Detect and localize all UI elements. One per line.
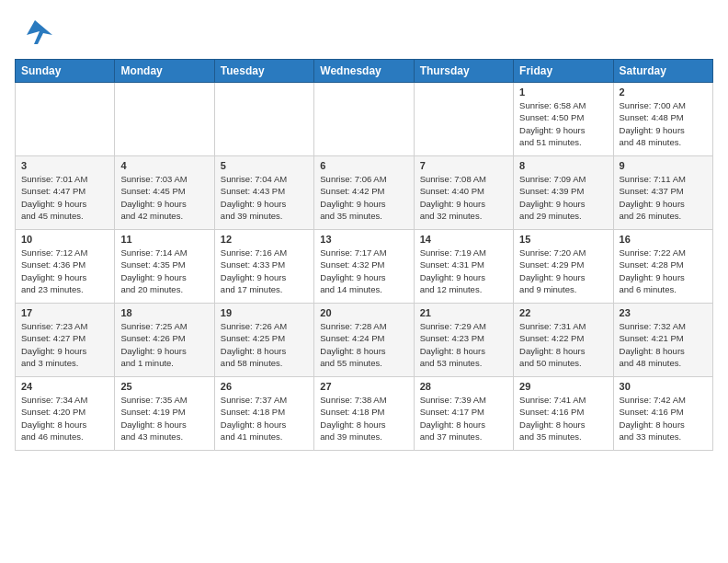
calendar-cell: 8Sunrise: 7:09 AM Sunset: 4:39 PM Daylig…: [514, 156, 613, 230]
calendar-header-row: SundayMondayTuesdayWednesdayThursdayFrid…: [16, 60, 713, 83]
day-info: Sunrise: 7:08 AM Sunset: 4:40 PM Dayligh…: [420, 174, 486, 221]
day-number: 24: [21, 381, 108, 392]
day-number: 15: [519, 234, 607, 245]
day-number: 13: [320, 234, 407, 245]
logo-bird-icon: [17, 15, 52, 50]
calendar-cell: 10Sunrise: 7:12 AM Sunset: 4:36 PM Dayli…: [16, 230, 115, 304]
calendar-cell: 18Sunrise: 7:25 AM Sunset: 4:26 PM Dayli…: [115, 304, 214, 377]
calendar-cell: 2Sunrise: 7:00 AM Sunset: 4:48 PM Daylig…: [613, 83, 712, 156]
day-number: 19: [221, 307, 308, 318]
weekday-header: Monday: [115, 60, 214, 83]
calendar-cell: 11Sunrise: 7:14 AM Sunset: 4:35 PM Dayli…: [115, 230, 214, 304]
day-info: Sunrise: 7:17 AM Sunset: 4:32 PM Dayligh…: [320, 247, 386, 294]
calendar-cell: 30Sunrise: 7:42 AM Sunset: 4:16 PM Dayli…: [613, 377, 712, 451]
calendar-cell: 29Sunrise: 7:41 AM Sunset: 4:16 PM Dayli…: [514, 377, 613, 451]
day-info: Sunrise: 7:03 AM Sunset: 4:45 PM Dayligh…: [120, 174, 187, 221]
calendar-cell: [115, 83, 214, 156]
calendar-table: SundayMondayTuesdayWednesdayThursdayFrid…: [15, 59, 713, 451]
day-info: Sunrise: 7:23 AM Sunset: 4:27 PM Dayligh…: [21, 321, 87, 368]
calendar-cell: 23Sunrise: 7:32 AM Sunset: 4:21 PM Dayli…: [613, 304, 712, 377]
weekday-header: Wednesday: [314, 60, 414, 83]
calendar-cell: 25Sunrise: 7:35 AM Sunset: 4:19 PM Dayli…: [115, 377, 214, 451]
day-info: Sunrise: 7:16 AM Sunset: 4:33 PM Dayligh…: [221, 247, 287, 294]
calendar-week-row: 3Sunrise: 7:01 AM Sunset: 4:47 PM Daylig…: [16, 156, 713, 230]
day-info: Sunrise: 6:58 AM Sunset: 4:50 PM Dayligh…: [519, 100, 586, 147]
day-number: 4: [120, 160, 208, 171]
calendar-week-row: 17Sunrise: 7:23 AM Sunset: 4:27 PM Dayli…: [16, 304, 713, 377]
weekday-header: Sunday: [16, 60, 115, 83]
day-number: 22: [519, 307, 607, 318]
calendar-cell: 3Sunrise: 7:01 AM Sunset: 4:47 PM Daylig…: [16, 156, 115, 230]
day-info: Sunrise: 7:25 AM Sunset: 4:26 PM Dayligh…: [120, 321, 187, 368]
weekday-header: Tuesday: [214, 60, 313, 83]
day-number: 16: [620, 234, 707, 245]
calendar-cell: 27Sunrise: 7:38 AM Sunset: 4:18 PM Dayli…: [314, 377, 414, 451]
calendar-cell: [16, 83, 115, 156]
calendar-cell: 16Sunrise: 7:22 AM Sunset: 4:28 PM Dayli…: [613, 230, 712, 304]
weekday-header: Thursday: [414, 60, 513, 83]
day-number: 21: [420, 307, 507, 318]
day-info: Sunrise: 7:14 AM Sunset: 4:35 PM Dayligh…: [120, 247, 187, 294]
day-number: 10: [21, 234, 108, 245]
calendar-cell: 15Sunrise: 7:20 AM Sunset: 4:29 PM Dayli…: [514, 230, 613, 304]
day-number: 18: [120, 307, 208, 318]
day-info: Sunrise: 7:01 AM Sunset: 4:47 PM Dayligh…: [21, 174, 87, 221]
day-info: Sunrise: 7:09 AM Sunset: 4:39 PM Dayligh…: [519, 174, 586, 221]
calendar-cell: 26Sunrise: 7:37 AM Sunset: 4:18 PM Dayli…: [214, 377, 313, 451]
calendar-cell: 5Sunrise: 7:04 AM Sunset: 4:43 PM Daylig…: [214, 156, 313, 230]
weekday-header: Friday: [514, 60, 613, 83]
calendar-cell: 24Sunrise: 7:34 AM Sunset: 4:20 PM Dayli…: [16, 377, 115, 451]
day-number: 11: [120, 234, 208, 245]
day-info: Sunrise: 7:12 AM Sunset: 4:36 PM Dayligh…: [21, 247, 87, 294]
calendar-cell: [414, 83, 513, 156]
calendar-cell: 22Sunrise: 7:31 AM Sunset: 4:22 PM Dayli…: [514, 304, 613, 377]
day-info: Sunrise: 7:26 AM Sunset: 4:25 PM Dayligh…: [221, 321, 287, 368]
calendar-cell: 19Sunrise: 7:26 AM Sunset: 4:25 PM Dayli…: [214, 304, 313, 377]
calendar-cell: 12Sunrise: 7:16 AM Sunset: 4:33 PM Dayli…: [214, 230, 313, 304]
day-number: 9: [620, 160, 707, 171]
day-number: 8: [519, 160, 607, 171]
day-number: 3: [21, 160, 108, 171]
day-number: 25: [120, 381, 208, 392]
day-info: Sunrise: 7:32 AM Sunset: 4:21 PM Dayligh…: [620, 321, 686, 368]
day-info: Sunrise: 7:39 AM Sunset: 4:17 PM Dayligh…: [420, 395, 486, 442]
day-number: 30: [620, 381, 707, 392]
day-number: 23: [620, 307, 707, 318]
day-number: 14: [420, 234, 507, 245]
calendar-cell: 20Sunrise: 7:28 AM Sunset: 4:24 PM Dayli…: [314, 304, 414, 377]
calendar-cell: 4Sunrise: 7:03 AM Sunset: 4:45 PM Daylig…: [115, 156, 214, 230]
day-number: 17: [21, 307, 108, 318]
calendar-cell: 14Sunrise: 7:19 AM Sunset: 4:31 PM Dayli…: [414, 230, 513, 304]
calendar-cell: [314, 83, 414, 156]
calendar-cell: 6Sunrise: 7:06 AM Sunset: 4:42 PM Daylig…: [314, 156, 414, 230]
day-number: 29: [519, 381, 607, 392]
day-info: Sunrise: 7:34 AM Sunset: 4:20 PM Dayligh…: [21, 395, 87, 442]
calendar-week-row: 1Sunrise: 6:58 AM Sunset: 4:50 PM Daylig…: [16, 83, 713, 156]
calendar-cell: [214, 83, 313, 156]
calendar-cell: 17Sunrise: 7:23 AM Sunset: 4:27 PM Dayli…: [16, 304, 115, 377]
day-info: Sunrise: 7:22 AM Sunset: 4:28 PM Dayligh…: [620, 247, 686, 294]
day-info: Sunrise: 7:19 AM Sunset: 4:31 PM Dayligh…: [420, 247, 486, 294]
calendar-week-row: 24Sunrise: 7:34 AM Sunset: 4:20 PM Dayli…: [16, 377, 713, 451]
day-info: Sunrise: 7:35 AM Sunset: 4:19 PM Dayligh…: [120, 395, 187, 442]
calendar-cell: 28Sunrise: 7:39 AM Sunset: 4:17 PM Dayli…: [414, 377, 513, 451]
day-number: 26: [221, 381, 308, 392]
day-number: 2: [620, 86, 707, 98]
calendar-cell: 7Sunrise: 7:08 AM Sunset: 4:40 PM Daylig…: [414, 156, 513, 230]
day-number: 7: [420, 160, 507, 171]
day-number: 5: [221, 160, 308, 171]
day-info: Sunrise: 7:31 AM Sunset: 4:22 PM Dayligh…: [519, 321, 586, 368]
day-info: Sunrise: 7:20 AM Sunset: 4:29 PM Dayligh…: [519, 247, 586, 294]
day-info: Sunrise: 7:29 AM Sunset: 4:23 PM Dayligh…: [420, 321, 486, 368]
logo: [15, 15, 52, 50]
calendar-cell: 9Sunrise: 7:11 AM Sunset: 4:37 PM Daylig…: [613, 156, 712, 230]
calendar-cell: 21Sunrise: 7:29 AM Sunset: 4:23 PM Dayli…: [414, 304, 513, 377]
day-number: 27: [320, 381, 407, 392]
day-info: Sunrise: 7:06 AM Sunset: 4:42 PM Dayligh…: [320, 174, 386, 221]
day-info: Sunrise: 7:11 AM Sunset: 4:37 PM Dayligh…: [620, 174, 686, 221]
calendar-cell: 1Sunrise: 6:58 AM Sunset: 4:50 PM Daylig…: [514, 83, 613, 156]
weekday-header: Saturday: [613, 60, 712, 83]
day-info: Sunrise: 7:04 AM Sunset: 4:43 PM Dayligh…: [221, 174, 287, 221]
day-number: 28: [420, 381, 507, 392]
day-info: Sunrise: 7:41 AM Sunset: 4:16 PM Dayligh…: [519, 395, 586, 442]
